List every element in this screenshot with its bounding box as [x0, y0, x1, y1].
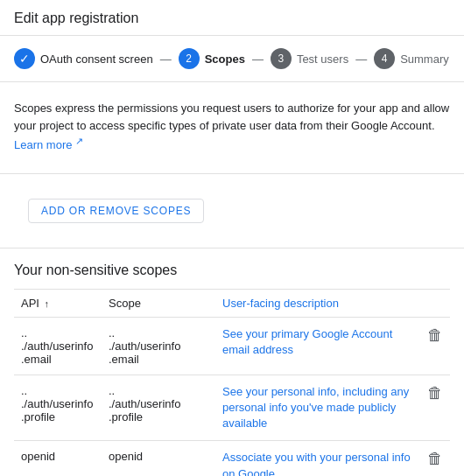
step-2-label: Scopes: [205, 52, 245, 66]
step-3-circle: 3: [271, 48, 292, 69]
table-header-row: API ↑ Scope User-facing description: [14, 289, 450, 317]
step-1-oauth[interactable]: ✓ OAuth consent screen: [14, 48, 153, 69]
step-1-label: OAuth consent screen: [40, 52, 153, 66]
step-4-number: 4: [382, 52, 388, 65]
row-1-delete-button[interactable]: 🗑: [427, 326, 443, 344]
row-2-scope: .. ./auth/userinfo .profile: [102, 374, 215, 441]
step-4-label: Summary: [400, 52, 449, 66]
stepper: ✓ OAuth consent screen — 2 Scopes — 3 Te…: [0, 36, 464, 82]
col-header-action: [418, 289, 450, 317]
row-1-delete-cell: 🗑: [418, 317, 450, 374]
step-3-number: 3: [278, 52, 285, 65]
row-3-delete-cell: 🗑: [418, 441, 450, 476]
scopes-table: API ↑ Scope User-facing description .. .…: [14, 289, 450, 476]
col-header-scope: Scope: [102, 289, 215, 317]
step-3-label: Test users: [297, 52, 348, 66]
table-row: openid openid Associate you with your pe…: [14, 441, 450, 476]
step-divider-1: —: [160, 52, 172, 66]
row-3-api: openid: [14, 441, 102, 476]
table-row: .. ./auth/userinfo .email .. ./auth/user…: [14, 317, 450, 374]
step-2-number: 2: [186, 52, 192, 65]
step-4-summary[interactable]: 4 Summary: [374, 48, 449, 69]
row-1-description: See your primary Google Account email ad…: [215, 317, 418, 374]
learn-more-label: Learn more: [14, 138, 72, 151]
external-link-icon: ↗: [75, 136, 83, 146]
learn-more-link[interactable]: Learn more ↗: [14, 138, 83, 151]
scopes-section-title: Your non-sensitive scopes: [14, 262, 450, 278]
step-3-test-users[interactable]: 3 Test users: [271, 48, 348, 69]
step-4-circle: 4: [374, 48, 395, 69]
sort-arrow-icon: ↑: [45, 298, 50, 309]
row-2-delete-button[interactable]: 🗑: [427, 384, 443, 402]
row-2-description: See your personal info, including any pe…: [215, 374, 418, 441]
row-2-delete-cell: 🗑: [418, 374, 450, 441]
step-1-circle: ✓: [14, 48, 35, 69]
step-divider-2: —: [252, 52, 264, 66]
add-scopes-section: ADD OR REMOVE SCOPES: [0, 174, 464, 248]
step-2-scopes[interactable]: 2 Scopes: [179, 48, 245, 69]
row-3-delete-button[interactable]: 🗑: [427, 450, 443, 467]
check-icon: ✓: [19, 52, 30, 66]
col-header-api[interactable]: API ↑: [14, 289, 102, 317]
row-1-scope: .. ./auth/userinfo .email: [102, 317, 215, 374]
description-section: Scopes express the permissions you reque…: [0, 82, 464, 174]
scopes-section: Your non-sensitive scopes API ↑ Scope Us…: [0, 248, 464, 476]
col-header-description: User-facing description: [215, 289, 418, 317]
row-2-api: .. ./auth/userinfo .profile: [14, 374, 102, 441]
row-1-api: .. ./auth/userinfo .email: [14, 317, 102, 374]
row-3-description: Associate you with your personal info on…: [215, 441, 418, 476]
page-title: Edit app registration: [0, 0, 464, 36]
table-row: .. ./auth/userinfo .profile .. ./auth/us…: [14, 374, 450, 441]
step-divider-3: —: [355, 52, 367, 66]
row-3-scope: openid: [102, 441, 215, 476]
description-text: Scopes express the permissions you reque…: [14, 100, 450, 154]
add-remove-scopes-button[interactable]: ADD OR REMOVE SCOPES: [28, 199, 204, 223]
step-2-circle: 2: [179, 48, 200, 69]
